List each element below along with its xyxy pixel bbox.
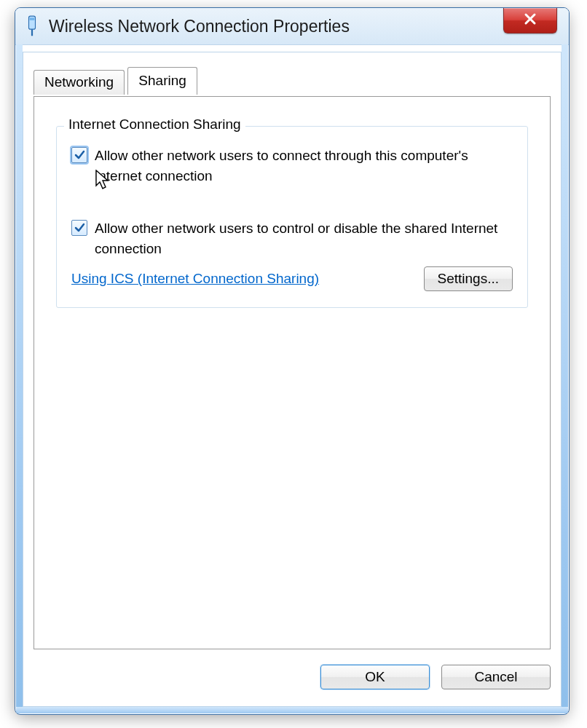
client-area: Networking Sharing Internet Connection S… [23, 52, 562, 707]
group-legend: Internet Connection Sharing [64, 116, 245, 132]
svg-rect-1 [30, 18, 35, 20]
checkbox-allow-connect[interactable] [71, 147, 87, 163]
ok-button[interactable]: OK [320, 665, 430, 689]
label-allow-control: Allow other network users to control or … [95, 218, 513, 259]
titlebar[interactable]: Wireless Network Connection Properties [15, 8, 569, 45]
network-adapter-icon [25, 16, 39, 36]
link-using-ics[interactable]: Using ICS (Internet Connection Sharing) [71, 271, 319, 287]
window-title: Wireless Network Connection Properties [49, 17, 350, 36]
window-border-right [562, 44, 568, 713]
spacer [71, 194, 513, 218]
close-icon [524, 11, 537, 30]
checkbox-allow-control[interactable] [71, 220, 87, 236]
tab-networking[interactable]: Networking [34, 70, 125, 95]
tab-panel-sharing: Internet Connection Sharing Allow other … [34, 96, 551, 649]
window-border-bottom [16, 707, 568, 713]
close-button[interactable] [503, 8, 557, 33]
option-allow-control: Allow other network users to control or … [71, 218, 513, 259]
tab-strip: Networking Sharing [34, 68, 551, 98]
settings-button[interactable]: Settings... [424, 266, 513, 291]
dialog-footer: OK Cancel [34, 658, 551, 696]
label-allow-connect: Allow other network users to connect thr… [95, 146, 513, 186]
group-internet-connection-sharing: Internet Connection Sharing Allow other … [56, 126, 528, 308]
dialog-window: Wireless Network Connection Properties N… [15, 7, 570, 715]
ics-link-row: Using ICS (Internet Connection Sharing) … [71, 266, 513, 291]
tab-sharing[interactable]: Sharing [127, 67, 197, 95]
cancel-button[interactable]: Cancel [441, 665, 551, 689]
window-border-left [16, 44, 23, 713]
option-allow-connect: Allow other network users to connect thr… [71, 146, 513, 186]
